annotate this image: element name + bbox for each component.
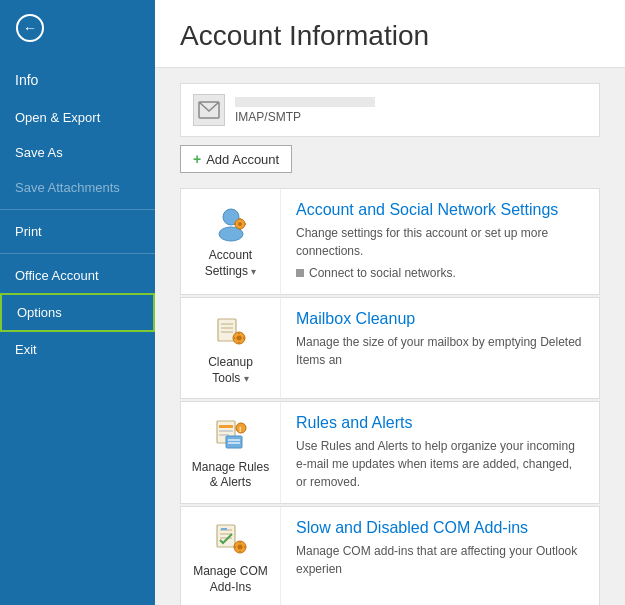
- settings-row-account: AccountSettings ▾ Account and Social Net…: [180, 188, 600, 295]
- account-icon-box: [193, 94, 225, 126]
- svg-text:!: !: [239, 425, 241, 432]
- rules-alerts-desc: Use Rules and Alerts to help organize yo…: [296, 437, 584, 491]
- account-settings-desc: Change settings for this account or set …: [296, 224, 584, 282]
- rules-alerts-icon: !: [211, 415, 251, 455]
- settings-grid: AccountSettings ▾ Account and Social Net…: [180, 188, 600, 605]
- sidebar-divider-2: [0, 253, 155, 254]
- svg-point-18: [236, 336, 241, 341]
- add-account-button[interactable]: + Add Account: [180, 145, 292, 173]
- sidebar-item-options[interactable]: Options: [0, 293, 155, 332]
- account-info: IMAP/SMTP: [235, 97, 587, 124]
- svg-rect-23: [226, 436, 242, 448]
- sidebar-item-print[interactable]: Print: [0, 214, 155, 249]
- sidebar-item-save-attachments[interactable]: Save Attachments: [0, 170, 155, 205]
- rules-alerts-title: Rules and Alerts: [296, 414, 584, 432]
- plus-icon: +: [193, 151, 201, 167]
- cleanup-tools-title: Mailbox Cleanup: [296, 310, 584, 328]
- com-addins-title: Slow and Disabled COM Add-ins: [296, 519, 584, 537]
- add-account-label: Add Account: [206, 152, 279, 167]
- com-addins-icon-col[interactable]: Manage COMAdd-Ins: [181, 507, 281, 605]
- sidebar-item-info[interactable]: Info: [0, 60, 155, 100]
- cleanup-tools-icon-col[interactable]: CleanupTools ▾: [181, 298, 281, 398]
- account-settings-icon: [211, 203, 251, 243]
- account-row: IMAP/SMTP: [180, 83, 600, 137]
- back-button[interactable]: ←: [10, 8, 50, 48]
- sidebar-item-exit[interactable]: Exit: [0, 332, 155, 367]
- sidebar-nav: Info Open & Export Save As Save Attachme…: [0, 60, 155, 367]
- content-area: IMAP/SMTP + Add Account: [155, 68, 625, 605]
- svg-point-38: [237, 545, 242, 550]
- rules-alerts-text: Rules and Alerts Use Rules and Alerts to…: [281, 402, 599, 503]
- com-addins-desc: Manage COM add-ins that are affecting yo…: [296, 542, 584, 578]
- account-email-redacted: [235, 97, 375, 107]
- svg-rect-20: [219, 425, 233, 428]
- email-icon: [198, 101, 220, 119]
- cleanup-tools-label: CleanupTools ▾: [208, 355, 253, 386]
- svg-rect-21: [219, 430, 233, 432]
- account-type: IMAP/SMTP: [235, 110, 587, 124]
- bullet-icon: [296, 269, 304, 277]
- sidebar-divider-1: [0, 209, 155, 210]
- sidebar-item-save-as[interactable]: Save As: [0, 135, 155, 170]
- com-addins-text: Slow and Disabled COM Add-ins Manage COM…: [281, 507, 599, 605]
- back-icon: ←: [16, 14, 44, 42]
- sidebar-item-open-export[interactable]: Open & Export: [0, 100, 155, 135]
- svg-point-8: [238, 222, 242, 226]
- sidebar: ← Info Open & Export Save As Save Attach…: [0, 0, 155, 605]
- account-settings-text: Account and Social Network Settings Chan…: [281, 189, 599, 294]
- account-settings-icon-col[interactable]: AccountSettings ▾: [181, 189, 281, 294]
- com-addins-icon: [211, 519, 251, 559]
- cleanup-tools-icon: [211, 310, 251, 350]
- rules-alerts-label: Manage Rules& Alerts: [192, 460, 269, 491]
- cleanup-tools-text: Mailbox Cleanup Manage the size of your …: [281, 298, 599, 398]
- svg-rect-32: [221, 528, 227, 530]
- com-addins-label: Manage COMAdd-Ins: [193, 564, 268, 595]
- settings-row-rules: ! Manage Rules& Alerts Rules and Alerts …: [180, 401, 600, 504]
- account-settings-bullet: Connect to social networks.: [296, 264, 584, 282]
- rules-alerts-icon-col[interactable]: ! Manage Rules& Alerts: [181, 402, 281, 503]
- sidebar-item-office-account[interactable]: Office Account: [0, 258, 155, 293]
- settings-row-cleanup: CleanupTools ▾ Mailbox Cleanup Manage th…: [180, 297, 600, 399]
- main-content: Account Information IMAP/SMTP + Add Acco…: [155, 0, 625, 605]
- settings-row-com: Manage COMAdd-Ins Slow and Disabled COM …: [180, 506, 600, 605]
- cleanup-tools-desc: Manage the size of your mailbox by empty…: [296, 333, 584, 369]
- account-settings-label: AccountSettings ▾: [205, 248, 257, 279]
- page-title: Account Information: [155, 0, 625, 68]
- account-settings-title: Account and Social Network Settings: [296, 201, 584, 219]
